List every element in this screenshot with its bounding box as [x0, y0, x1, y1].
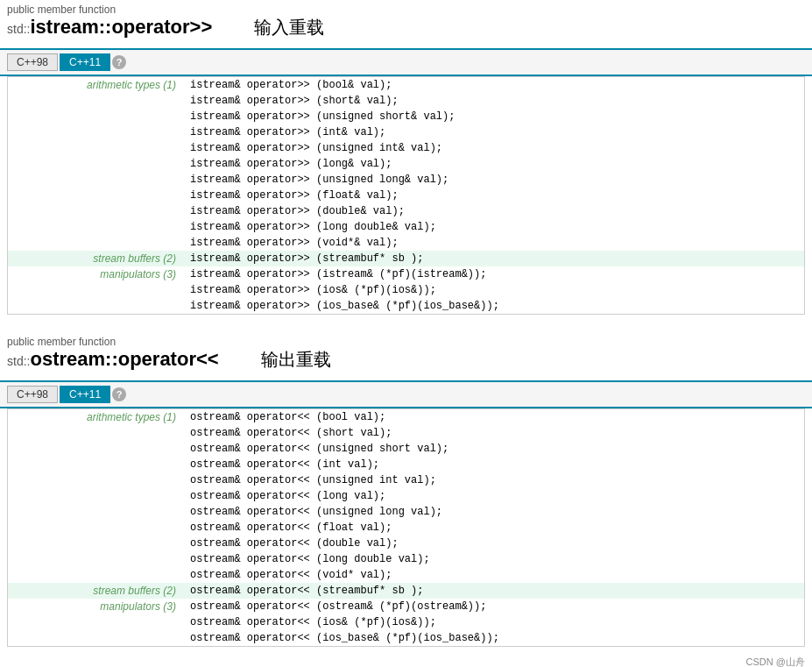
code-cell: ostream& operator<< (int val); [183, 457, 804, 472]
code-cell: ostream& operator<< (ios_base& (*pf)(ios… [183, 630, 804, 646]
table-row: istream& operator>> (short& val); [8, 93, 804, 109]
public-member-label: public member function [7, 4, 805, 16]
function-signature: std::istream::operator>> [7, 16, 212, 39]
tab-row: C++98C++11? [0, 50, 812, 76]
code-table: arithmetic types (1)istream& operator>> … [8, 77, 804, 314]
table-row: ostream& operator<< (long double val); [8, 551, 804, 567]
table-row: ostream& operator<< (unsigned short val)… [8, 441, 804, 457]
table-row: ostream& operator<< (unsigned int val); [8, 472, 804, 488]
category-cell [8, 536, 183, 551]
section-istream: public member functionstd::istream::oper… [0, 0, 812, 315]
category-cell [8, 614, 183, 630]
category-cell: manipulators (3) [8, 599, 183, 614]
table-row: istream& operator>> (float& val); [8, 188, 804, 203]
func-prefix: std:: [7, 354, 30, 368]
tab-cpp11[interactable]: C++11 [60, 386, 110, 403]
code-cell: ostream& operator<< (double val); [183, 536, 804, 551]
table-row: istream& operator>> (long double& val); [8, 219, 804, 235]
code-cell: istream& operator>> (streambuf* sb ); [183, 251, 804, 266]
category-cell [8, 203, 183, 219]
code-cell: ostream& operator<< (long double val); [183, 551, 804, 567]
table-row: ostream& operator<< (short val); [8, 425, 804, 441]
code-cell: istream& operator>> (long double& val); [183, 219, 804, 235]
code-cell: istream& operator>> (double& val); [183, 203, 804, 219]
section-header: public member functionstd::istream::oper… [0, 0, 812, 41]
title-left: std::ostream::operator<<输出重载 [7, 348, 331, 372]
code-cell: istream& operator>> (unsigned long& val)… [183, 172, 804, 188]
category-cell [8, 425, 183, 441]
table-row: istream& operator>> (void*& val); [8, 235, 804, 251]
category-cell: stream buffers (2) [8, 583, 183, 599]
code-cell: ostream& operator<< (ostream& (*pf)(ostr… [183, 599, 804, 614]
code-table: arithmetic types (1)ostream& operator<< … [8, 409, 804, 646]
code-cell: istream& operator>> (ios_base& (*pf)(ios… [183, 298, 804, 314]
code-cell: istream& operator>> (unsigned short& val… [183, 109, 804, 124]
category-cell [8, 551, 183, 567]
tab-cpp98[interactable]: C++98 [7, 53, 58, 71]
table-row: istream& operator>> (ios_base& (*pf)(ios… [8, 298, 804, 314]
table-row: istream& operator>> (unsigned long& val)… [8, 172, 804, 188]
tab-cpp11[interactable]: C++11 [60, 53, 110, 71]
table-row: ostream& operator<< (ios_base& (*pf)(ios… [8, 630, 804, 646]
category-cell [8, 156, 183, 172]
code-cell: ostream& operator<< (unsigned short val)… [183, 441, 804, 457]
code-cell: istream& operator>> (istream& (*pf)(istr… [183, 266, 804, 282]
table-row: manipulators (3)istream& operator>> (ist… [8, 266, 804, 282]
code-cell: istream& operator>> (int& val); [183, 124, 804, 140]
table-row: istream& operator>> (ios& (*pf)(ios&)); [8, 282, 804, 298]
category-cell [8, 188, 183, 203]
tab-cpp98[interactable]: C++98 [7, 386, 58, 403]
table-row: arithmetic types (1)istream& operator>> … [8, 77, 804, 93]
code-cell: ostream& operator<< (ios& (*pf)(ios&)); [183, 614, 804, 630]
public-member-label: public member function [7, 336, 805, 348]
code-cell: ostream& operator<< (long val); [183, 488, 804, 504]
code-cell: istream& operator>> (ios& (*pf)(ios&)); [183, 282, 804, 298]
help-icon[interactable]: ? [112, 55, 126, 69]
table-row: istream& operator>> (unsigned int& val); [8, 140, 804, 156]
table-row: ostream& operator<< (void* val); [8, 567, 804, 583]
category-cell: arithmetic types (1) [8, 409, 183, 425]
table-row: stream buffers (2)istream& operator>> (s… [8, 251, 804, 266]
table-row: ostream& operator<< (unsigned long val); [8, 504, 804, 520]
table-row: arithmetic types (1)ostream& operator<< … [8, 409, 804, 425]
table-row: ostream& operator<< (float val); [8, 520, 804, 536]
section-ostream: public member functionstd::ostream::oper… [0, 332, 812, 647]
watermark: CSDN @山舟 [0, 654, 812, 667]
category-cell [8, 520, 183, 536]
code-cell: ostream& operator<< (short val); [183, 425, 804, 441]
func-prefix: std:: [7, 22, 30, 36]
category-cell [8, 488, 183, 504]
category-cell [8, 219, 183, 235]
code-cell: ostream& operator<< (streambuf* sb ); [183, 583, 804, 599]
table-row: ostream& operator<< (double val); [8, 536, 804, 551]
table-row: manipulators (3)ostream& operator<< (ost… [8, 599, 804, 614]
category-cell [8, 172, 183, 188]
section-header: public member functionstd::ostream::oper… [0, 332, 812, 373]
table-row: istream& operator>> (int& val); [8, 124, 804, 140]
category-cell [8, 93, 183, 109]
category-cell [8, 472, 183, 488]
category-cell: arithmetic types (1) [8, 77, 183, 93]
category-cell [8, 282, 183, 298]
category-cell [8, 235, 183, 251]
code-block: arithmetic types (1)ostream& operator<< … [7, 408, 805, 647]
code-cell: istream& operator>> (long& val); [183, 156, 804, 172]
category-cell [8, 124, 183, 140]
category-cell [8, 298, 183, 314]
category-cell: stream buffers (2) [8, 251, 183, 266]
category-cell [8, 457, 183, 472]
code-cell: ostream& operator<< (unsigned long val); [183, 504, 804, 520]
category-cell [8, 504, 183, 520]
table-row: ostream& operator<< (long val); [8, 488, 804, 504]
table-row: ostream& operator<< (ios& (*pf)(ios&)); [8, 614, 804, 630]
title-row: std::istream::operator>>输入重载 [7, 16, 805, 39]
help-icon[interactable]: ? [112, 387, 126, 401]
tab-row: C++98C++11? [0, 382, 812, 408]
func-name: ostream::operator<< [30, 348, 218, 370]
table-row: stream buffers (2)ostream& operator<< (s… [8, 583, 804, 599]
table-row: istream& operator>> (unsigned short& val… [8, 109, 804, 124]
func-name: istream::operator>> [30, 16, 212, 38]
code-cell: istream& operator>> (bool& val); [183, 77, 804, 93]
table-row: ostream& operator<< (int val); [8, 457, 804, 472]
category-cell [8, 441, 183, 457]
